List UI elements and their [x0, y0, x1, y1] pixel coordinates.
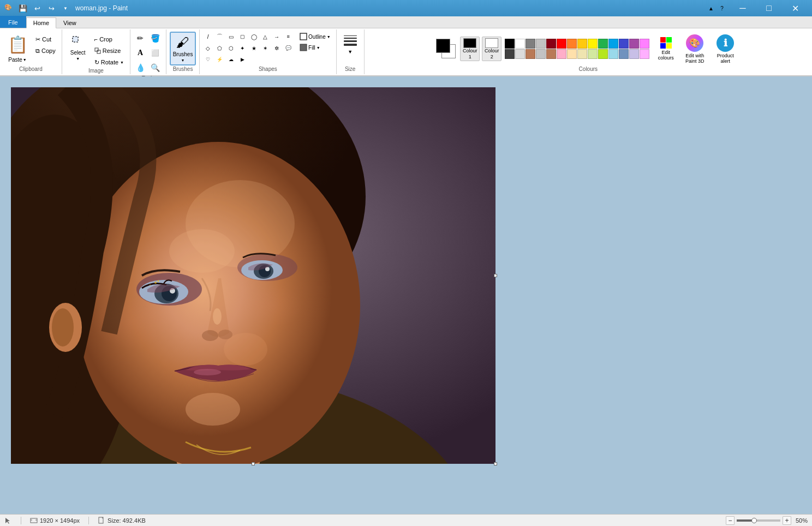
tab-file[interactable]: File	[0, 16, 26, 28]
svg-point-32	[186, 393, 240, 426]
shape-line[interactable]: /	[203, 32, 213, 41]
rotate-button[interactable]: ↻ Rotate ▼	[92, 57, 127, 68]
swatch-orange[interactable]	[567, 39, 577, 49]
fill-button[interactable]: Fill ▼	[297, 43, 333, 52]
swatch-gray[interactable]	[526, 39, 535, 49]
shape-scroll[interactable]: ≡	[283, 32, 293, 41]
paste-button[interactable]: 📋 Paste ▼	[3, 32, 32, 64]
swatch-green[interactable]	[598, 39, 608, 49]
zoom-in-btn[interactable]: +	[783, 516, 791, 525]
swatch-black[interactable]	[505, 39, 515, 49]
swatch-darkgray2[interactable]	[505, 49, 515, 59]
maximize-btn[interactable]: □	[756, 0, 781, 16]
shape-curve[interactable]: ⌒	[214, 32, 224, 41]
text-btn[interactable]: A	[134, 46, 147, 59]
swatch-tan[interactable]	[546, 49, 556, 59]
swatch-lime[interactable]	[598, 49, 608, 59]
swatch-yellow[interactable]	[588, 39, 598, 49]
shape-rect[interactable]: ▭	[226, 32, 236, 41]
swatch-lightgreen[interactable]	[588, 49, 598, 59]
quick-access-toolbar: 💾 ↩ ↪ ▼	[16, 2, 72, 15]
redo-quick-btn[interactable]: ↪	[45, 2, 58, 15]
pencil-btn[interactable]: ✏	[134, 32, 147, 45]
close-btn[interactable]: ✕	[783, 0, 808, 16]
swatch-lightgray[interactable]	[536, 39, 546, 49]
swatch-lightpurple[interactable]	[640, 49, 649, 59]
undo-quick-btn[interactable]: ↩	[31, 2, 44, 15]
shape-roundrect[interactable]: ▢	[237, 32, 247, 41]
shape-star5[interactable]: ★	[249, 43, 259, 53]
swatch-cream[interactable]	[577, 49, 587, 59]
shape-rightarrow[interactable]: →	[272, 32, 282, 41]
svg-point-36	[224, 333, 267, 366]
outline-label: Outline	[308, 34, 326, 40]
brushes-button[interactable]: 🖌 Brushes ▼	[170, 32, 196, 65]
size-button[interactable]: ▼	[340, 32, 361, 65]
minimize-btn[interactable]: ─	[730, 0, 755, 16]
zoom-out-btn[interactable]: −	[726, 516, 735, 525]
swatch-lavender[interactable]	[629, 49, 639, 59]
size-line-1	[344, 35, 357, 36]
customize-quick-btn[interactable]: ▼	[59, 2, 72, 15]
resize-handle-middle-right[interactable]	[494, 274, 497, 277]
colour-selector-stack[interactable]	[436, 39, 457, 59]
resize-button[interactable]: Resize	[92, 45, 127, 56]
product-alert-button[interactable]: ℹ Product alert	[710, 32, 740, 66]
crop-button[interactable]: ⌐ Crop	[92, 34, 127, 45]
help-btn[interactable]: ?	[717, 3, 727, 13]
file-size: Size: 492.4KB	[108, 517, 146, 524]
shape-more[interactable]: ▶	[237, 55, 247, 64]
tab-view[interactable]: View	[56, 17, 83, 28]
save-quick-btn[interactable]: 💾	[16, 2, 29, 15]
select-button[interactable]: Select ▼	[65, 32, 91, 64]
ribbon-collapse-btn[interactable]: ▲	[706, 3, 716, 13]
rotate-dropdown-icon: ▼	[120, 61, 124, 64]
zoom-control: − + 50%	[726, 516, 808, 525]
shape-cloud[interactable]: ☁	[226, 55, 236, 64]
outline-button[interactable]: Outline ▼	[297, 32, 333, 41]
resize-handle-bottom-right[interactable]	[494, 462, 497, 465]
swatch-peach[interactable]	[567, 49, 577, 59]
swatch-red[interactable]	[557, 39, 566, 49]
swatch-brown[interactable]	[526, 49, 535, 59]
shape-triangle[interactable]: △	[260, 32, 270, 41]
shape-pentagon[interactable]: ⬠	[214, 43, 224, 53]
swatch-blue[interactable]	[608, 39, 618, 49]
shape-star4[interactable]: ✦	[237, 43, 247, 53]
swatch-purple[interactable]	[629, 39, 639, 49]
swatch-gainsboro[interactable]	[515, 49, 525, 59]
colour1-button[interactable]: Colour 1	[460, 37, 480, 62]
shape-ellipse[interactable]: ◯	[249, 32, 259, 41]
cut-button[interactable]: ✂ Cut	[33, 34, 58, 45]
colour2-button[interactable]: Colour 2	[482, 37, 501, 62]
canvas-area[interactable]	[0, 76, 812, 514]
shape-diamond[interactable]: ◇	[203, 43, 213, 53]
swatch-lightpink[interactable]	[557, 49, 566, 59]
magnifier-btn[interactable]: 🔍	[148, 61, 162, 74]
swatch-cornflower[interactable]	[619, 49, 629, 59]
swatch-pink[interactable]	[640, 39, 649, 49]
shape-hexagon[interactable]: ⬡	[226, 43, 236, 53]
resize-handle-bottom-middle[interactable]	[252, 462, 255, 465]
tab-home[interactable]: Home	[26, 17, 56, 28]
copy-button[interactable]: ⧉ Copy	[33, 45, 58, 56]
shape-star8[interactable]: ✲	[272, 43, 282, 53]
size-content: ▼	[340, 31, 361, 66]
swatch-silver2[interactable]	[536, 49, 546, 59]
image-label: Image	[88, 68, 104, 75]
shape-star6[interactable]: ✶	[260, 43, 270, 53]
swatch-darkred[interactable]	[546, 39, 556, 49]
edit-paint3d-button[interactable]: 🎨 Edit with Paint 3D	[680, 32, 709, 66]
zoom-slider[interactable]	[737, 519, 780, 522]
eraser-btn[interactable]: ⬜	[148, 46, 162, 59]
edit-colours-button[interactable]: Edit colours	[653, 32, 679, 66]
shape-callout[interactable]: 💬	[283, 43, 293, 53]
fill-bucket-btn[interactable]: 🪣	[148, 32, 162, 45]
swatch-yellow-orange[interactable]	[577, 39, 587, 49]
shape-lightning[interactable]: ⚡	[214, 55, 224, 64]
swatch-white[interactable]	[515, 39, 525, 49]
color-picker-btn[interactable]: 💧	[134, 61, 147, 74]
swatch-darkblue[interactable]	[619, 39, 629, 49]
swatch-skyblue[interactable]	[608, 49, 618, 59]
shape-heart[interactable]: ♡	[203, 55, 213, 64]
